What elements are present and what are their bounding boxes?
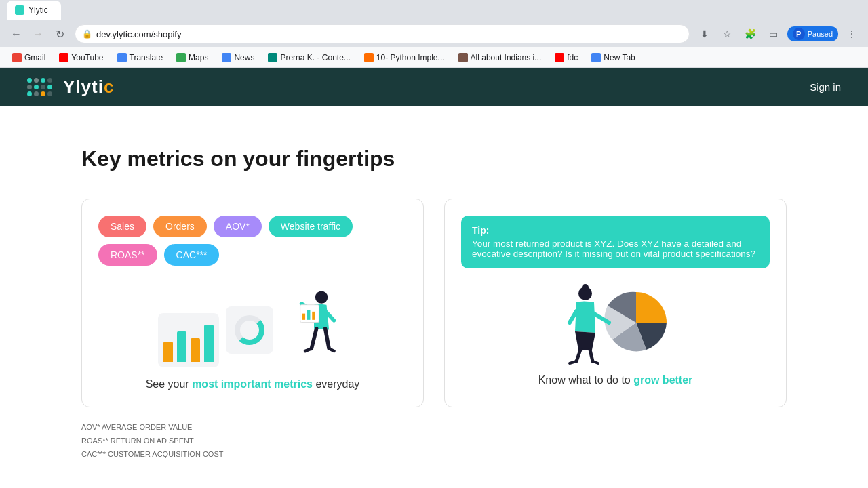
fdc-label: fdc [567, 53, 578, 62]
footnotes: AOV* AVERAGE ORDER VALUEROAS** RETURN ON… [81, 421, 787, 461]
address-bar[interactable]: 🔒 dev.ylytic.com/shopify [75, 24, 690, 43]
right-card: Tip: Your most returned product is XYZ. … [444, 199, 787, 407]
tag-cac: CAC*** [164, 244, 220, 266]
pie-illustration [461, 282, 770, 363]
bookmark-indians[interactable]: All about Indians i... [453, 51, 547, 64]
python-favicon [364, 53, 374, 62]
prerna-favicon [268, 53, 277, 62]
downloads-button[interactable]: ⬇ [695, 24, 714, 43]
news-label: News [234, 53, 254, 62]
url-text: dev.ylytic.com/shopify [96, 29, 181, 39]
logo-text: Ylytic [63, 77, 114, 98]
svg-line-17 [576, 350, 580, 361]
bookmark-newtab[interactable]: New Tab [586, 51, 640, 64]
tag-aov: AOV* [214, 216, 262, 237]
pie-chart-svg [541, 279, 690, 367]
metrics-tags: SalesOrdersAOV*Website trafficROAS**CAC*… [98, 216, 407, 266]
maps-favicon [176, 53, 186, 62]
bookmark-fdc[interactable]: fdc [549, 51, 583, 64]
maps-label: Maps [189, 53, 208, 62]
fdc-favicon [555, 53, 564, 62]
bookmark-button[interactable]: ☆ [718, 24, 737, 43]
bookmark-youtube[interactable]: YouTube [54, 51, 108, 64]
python-label: 10- Python Imple... [376, 53, 445, 62]
svg-line-18 [590, 350, 593, 361]
newtab-favicon [591, 53, 601, 62]
bookmark-translate[interactable]: Translate [112, 51, 169, 64]
active-tab[interactable]: Ylytic [7, 1, 61, 20]
logo: Ylytic [27, 77, 114, 98]
svg-rect-12 [312, 312, 315, 320]
indians-favicon [458, 53, 468, 62]
tag-orders: Orders [153, 216, 207, 237]
svg-rect-10 [302, 314, 305, 320]
logo-accent: c [104, 77, 114, 97]
svg-line-20 [593, 361, 598, 363]
tag-roas: ROAS** [98, 244, 157, 266]
newtab-label: New Tab [604, 53, 635, 62]
svg-rect-11 [307, 310, 310, 320]
donut-chart-svg [233, 313, 267, 347]
lock-icon: 🔒 [82, 29, 92, 39]
youtube-label: YouTube [71, 53, 103, 62]
prerna-label: Prerna K. - Conte... [280, 53, 350, 62]
tag-website-traffic: Website traffic [269, 216, 353, 237]
cards-row: SalesOrdersAOV*Website trafficROAS**CAC*… [81, 199, 787, 407]
menu-button[interactable]: ⋮ [842, 24, 861, 43]
svg-line-7 [305, 348, 311, 351]
person-figure [280, 286, 348, 367]
translate-favicon [117, 53, 127, 62]
bookmark-prerna[interactable]: Prerna K. - Conte... [262, 51, 355, 64]
sign-in-button[interactable]: Sign in [810, 81, 841, 93]
nav-header: Ylytic Sign in [0, 68, 868, 106]
logo-grid [27, 78, 52, 96]
svg-line-5 [311, 329, 316, 349]
tip-text: Your most returned product is XYZ. Does … [472, 239, 759, 259]
extensions-button[interactable]: 🧩 [741, 24, 760, 43]
reload-button[interactable]: ↻ [50, 24, 69, 43]
svg-point-14 [582, 284, 589, 291]
tip-box: Tip: Your most returned product is XYZ. … [461, 216, 770, 268]
bookmarks-bar: GmailYouTubeTranslateMapsNewsPrerna K. -… [0, 47, 868, 68]
tag-sales: Sales [98, 216, 146, 237]
right-card-caption: Know what to do to grow better [461, 374, 770, 386]
left-card-caption: See your most important metrics everyday [98, 378, 407, 390]
profile-paused-badge[interactable]: P Paused [787, 26, 838, 41]
svg-point-2 [315, 291, 327, 303]
bar-chart-box [158, 313, 219, 367]
svg-line-8 [329, 348, 334, 351]
forward-button[interactable]: → [28, 24, 47, 43]
main-content: Key metrics on your fingertips SalesOrde… [0, 106, 868, 488]
bookmark-python[interactable]: 10- Python Imple... [359, 51, 450, 64]
left-card: SalesOrdersAOV*Website trafficROAS**CAC*… [81, 199, 424, 407]
gmail-favicon [12, 53, 22, 62]
youtube-favicon [59, 53, 68, 62]
bookmark-maps[interactable]: Maps [171, 51, 214, 64]
donut-chart-box [226, 306, 273, 354]
svg-line-6 [325, 329, 329, 349]
footnote-item: CAC*** CUSTOMER ACQUISITION COST [81, 448, 787, 462]
page-title: Key metrics on your fingertips [81, 146, 787, 171]
tab-search-button[interactable]: ▭ [764, 24, 783, 43]
svg-line-19 [570, 361, 576, 363]
indians-label: All about Indians i... [471, 53, 542, 62]
news-favicon [222, 53, 231, 62]
page-content: Ylytic Sign in Key metrics on your finge… [0, 68, 868, 488]
tip-label: Tip: [472, 225, 759, 236]
bookmark-gmail[interactable]: Gmail [7, 51, 51, 64]
tab-title: Ylytic [28, 5, 48, 15]
bookmark-news[interactable]: News [216, 51, 260, 64]
translate-label: Translate [130, 53, 163, 62]
back-button[interactable]: ← [7, 24, 26, 43]
gmail-label: Gmail [24, 53, 45, 62]
footnote-item: ROAS** RETURN ON AD SPENT [81, 434, 787, 448]
paused-label: Paused [808, 30, 833, 38]
footnote-item: AOV* AVERAGE ORDER VALUE [81, 421, 787, 434]
profile-letter: P [793, 28, 805, 40]
left-illustration [98, 279, 407, 367]
svg-line-16 [570, 311, 576, 323]
